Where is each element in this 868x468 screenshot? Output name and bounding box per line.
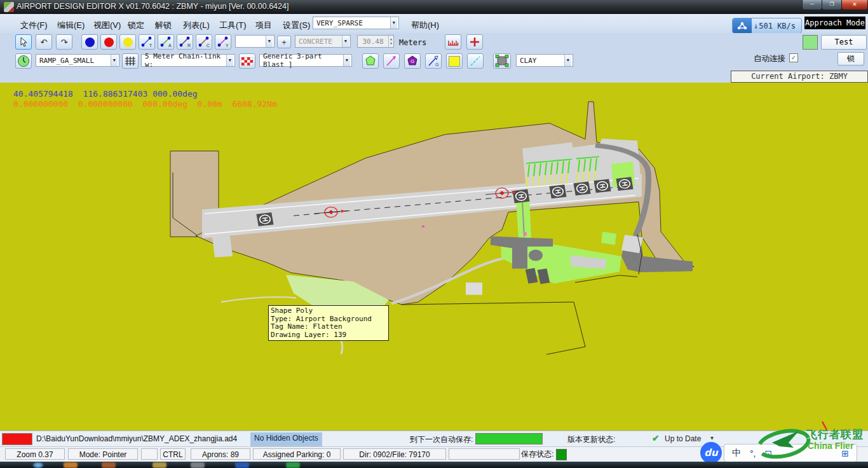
line-tool-button[interactable]	[467, 53, 484, 69]
ruler-tool-button[interactable]	[445, 34, 461, 50]
layer-color-swatch[interactable]	[2, 433, 32, 445]
maximize-button[interactable]: ❐	[822, 0, 842, 10]
menu-tools[interactable]: 工具(T)	[217, 18, 249, 32]
taskbar-app-icon[interactable]	[102, 462, 116, 468]
app-icon	[4, 2, 14, 12]
blastpad-tool-button[interactable]	[239, 53, 255, 69]
width-spinner[interactable]: 30.48 ▲▼	[357, 35, 394, 48]
ground-type-combo[interactable]: CLAY ▼	[516, 54, 573, 67]
ime-toolbar[interactable]: 中 °, ⊡ ⊞	[724, 444, 857, 462]
zoom-cell: Zoom 0.37	[5, 448, 65, 460]
menu-project[interactable]: 项目	[253, 18, 275, 32]
fence-tool-button[interactable]	[122, 53, 139, 69]
yellow-area-button[interactable]	[446, 53, 463, 69]
chevron-down-icon[interactable]: ▼	[226, 55, 233, 66]
menu-view[interactable]: 视图(V)	[91, 18, 123, 32]
taskbar-app-icon[interactable]	[286, 462, 300, 468]
taxiway-link-button[interactable]: T	[139, 34, 155, 50]
ime-language[interactable]: 中	[732, 448, 741, 459]
red-cross-icon	[470, 37, 480, 47]
minimize-button[interactable]: ─	[802, 0, 822, 10]
chevron-down-icon[interactable]: ▼	[564, 55, 571, 66]
chevron-down-icon[interactable]: ▼	[343, 55, 350, 66]
auto-connect-checkbox[interactable]: ✓	[789, 53, 798, 62]
magenta-arrow-icon	[385, 55, 398, 67]
clock-tool-button[interactable]	[15, 53, 32, 69]
ramp-type-combo[interactable]: RAMP_GA_SMALL ▼	[36, 54, 119, 67]
chevron-down-icon[interactable]: ▼	[111, 55, 118, 66]
red-circle-icon	[104, 38, 114, 47]
chevron-down-icon[interactable]: ▼	[390, 17, 397, 29]
add-button[interactable]: +	[277, 36, 291, 48]
menu-lists[interactable]: 列表(L)	[180, 18, 212, 32]
red-node-button[interactable]	[100, 34, 117, 50]
undo-button[interactable]: ↶	[36, 34, 52, 50]
windows-taskbar[interactable]	[0, 462, 868, 468]
fence-type-combo[interactable]: 5 Meter Chain-link w: ▼	[141, 54, 235, 67]
svg-text:T: T	[149, 43, 153, 48]
vector-tool-button[interactable]	[383, 53, 400, 69]
runway-stub	[212, 236, 233, 258]
menu-unlock[interactable]: 解锁	[153, 18, 174, 32]
blastpad-type-combo[interactable]: Generic 3-part Blast ] ▼	[259, 54, 352, 67]
cyan-line-icon	[469, 55, 482, 67]
baidu-cloud-speed[interactable]: ↓501 KB/s	[732, 18, 802, 34]
version-status[interactable]: Up to Date	[665, 434, 701, 443]
surface-value: CONCRETE	[299, 38, 332, 46]
taskbar-app-icon[interactable]	[235, 462, 249, 468]
polygon-tool-button[interactable]	[362, 53, 379, 69]
close-button[interactable]: ✕	[841, 0, 868, 10]
menu-help[interactable]: 帮助(H)	[409, 18, 442, 32]
empty-cell	[141, 448, 158, 460]
runway-link-button[interactable]: R	[177, 34, 193, 50]
app-window: AIRPORT DESIGN EDITOR X v01.70.6042 : ZB…	[0, 0, 868, 468]
map-canvas[interactable]: H	[0, 83, 868, 430]
apron-link-button[interactable]: A	[158, 34, 174, 50]
color-swatch[interactable]	[803, 35, 818, 50]
svg-text:G: G	[410, 59, 414, 64]
detail-level-value: VERY_SPARSE	[316, 19, 363, 27]
menu-edit[interactable]: 编辑(E)	[55, 18, 87, 32]
redo-button[interactable]: ↷	[56, 34, 72, 50]
chevron-down-icon[interactable]: ▼	[266, 36, 273, 47]
surface-combo[interactable]: CONCRETE ▼	[295, 35, 351, 48]
dirt-road	[221, 297, 296, 302]
pointer-tool-button[interactable]	[15, 34, 32, 50]
select-area-button[interactable]	[493, 53, 511, 69]
taskbar-app-icon[interactable]	[64, 462, 78, 468]
taskbar-app-icon[interactable]	[191, 462, 205, 468]
download-arrow-icon: ↓	[754, 22, 758, 31]
yellow-node-button[interactable]	[119, 34, 136, 50]
current-airport-field: Current Airport: ZBMY	[731, 71, 868, 83]
ime-punctuation[interactable]: °,	[750, 448, 756, 458]
menu-settings[interactable]: 设置(S)	[280, 18, 313, 32]
start-orb-icon[interactable]	[33, 462, 43, 468]
node-dot	[422, 225, 424, 228]
menu-file[interactable]: 文件(F)	[18, 18, 50, 32]
svg-text:Y: Y	[226, 43, 229, 48]
detail-level-combo[interactable]: VERY_SPARSE ▼	[313, 17, 399, 29]
closed-link-button[interactable]: C	[196, 34, 212, 50]
crosshair-tool-button[interactable]	[466, 34, 483, 50]
menu-lock[interactable]: 锁定	[125, 18, 147, 32]
vehicle-link-button[interactable]: Y	[215, 34, 231, 50]
blue-node-button[interactable]	[81, 34, 98, 50]
gate-polygon-button[interactable]: G	[404, 53, 421, 69]
tooltip-line: Tag Name: Flatten	[271, 323, 386, 331]
taskbar-folder-icon[interactable]	[153, 462, 166, 468]
ime-window-icon[interactable]: ⊡	[765, 448, 773, 458]
gate-vector-button[interactable]: G	[425, 53, 442, 69]
hidden-objects-badge[interactable]: No Hidden Objects	[250, 432, 322, 446]
measure-readout: 0.000000000 0.000000000 000.00deg 0.00m …	[13, 99, 277, 109]
ground-type-value: CLAY	[520, 57, 537, 65]
spin-up-icon[interactable]: ▲	[389, 37, 393, 41]
test-button[interactable]: Test	[821, 35, 867, 50]
lock-button[interactable]: 锁	[837, 52, 864, 65]
spin-down-icon[interactable]: ▼	[389, 41, 393, 46]
caret-down-icon[interactable]: ▾	[710, 434, 714, 441]
chevron-down-icon[interactable]: ▼	[342, 36, 349, 47]
airport-map: H	[0, 83, 868, 430]
link-name-combo[interactable]: ▼	[235, 35, 275, 48]
ime-grid-icon[interactable]: ⊞	[841, 448, 849, 458]
baidu-ime-logo[interactable]: du	[700, 442, 722, 464]
